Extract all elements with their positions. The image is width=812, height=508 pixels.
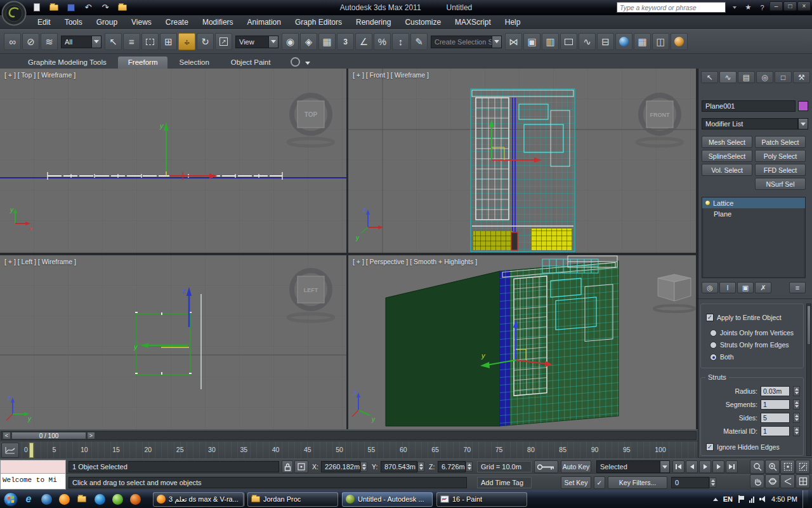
- rectangular-selection-region-icon[interactable]: [141, 33, 159, 50]
- ignore-hidden-edges-checkbox[interactable]: ✓ Ignore Hidden Edges: [706, 443, 780, 451]
- render-production-icon[interactable]: [671, 33, 688, 50]
- material-editor-icon[interactable]: [615, 33, 632, 50]
- segments-spinner[interactable]: [793, 399, 800, 410]
- scrollbar-thumb[interactable]: [807, 305, 811, 345]
- configure-modifier-sets-icon[interactable]: ≡: [789, 282, 806, 293]
- chevron-down-icon[interactable]: [660, 461, 669, 472]
- align-icon[interactable]: ▣: [523, 33, 540, 50]
- next-frame-button[interactable]: [712, 460, 724, 473]
- menu-edit[interactable]: Edit: [30, 18, 58, 27]
- menu-rendering[interactable]: Rendering: [349, 18, 398, 27]
- keyboard-shortcut-override-icon[interactable]: ▦: [318, 33, 336, 50]
- modifier-enabled-icon[interactable]: [705, 200, 710, 206]
- z-spinner[interactable]: [466, 462, 473, 472]
- vol-select-button[interactable]: Vol. Select: [702, 164, 752, 176]
- maximize-button[interactable]: □: [783, 1, 797, 11]
- maximize-viewport-toggle-icon[interactable]: [796, 474, 810, 488]
- go-to-end-button[interactable]: [726, 460, 738, 473]
- mesh-select-button[interactable]: Mesh Select: [702, 136, 752, 148]
- set-key-button[interactable]: Set Key: [561, 476, 591, 489]
- language-indicator[interactable]: EN: [723, 495, 733, 503]
- menu-help[interactable]: Help: [498, 18, 528, 27]
- zoom-extents-icon[interactable]: [780, 460, 795, 474]
- ribbon-minimize-icon[interactable]: [305, 62, 310, 65]
- zoom-all-icon[interactable]: [765, 460, 780, 474]
- taskbar-task-paint[interactable]: 16 - Paint: [436, 492, 527, 507]
- time-slider-track[interactable]: < 0 / 100 >: [1, 431, 697, 440]
- select-and-manipulate-icon[interactable]: ◈: [300, 33, 317, 50]
- material-id-spinner[interactable]: [793, 426, 800, 436]
- action-center-icon[interactable]: [738, 495, 744, 503]
- minimize-button[interactable]: –: [769, 1, 783, 11]
- set-key-mode-icon[interactable]: [534, 460, 558, 473]
- sides-spinner[interactable]: [793, 413, 800, 423]
- go-to-start-button[interactable]: [672, 460, 684, 473]
- object-color-swatch[interactable]: [798, 101, 808, 111]
- ffd-select-button[interactable]: FFD Select: [755, 164, 806, 176]
- schematic-view-icon[interactable]: ⊟: [597, 33, 614, 50]
- menu-views[interactable]: Views: [124, 18, 159, 27]
- new-scene-icon[interactable]: [30, 2, 43, 13]
- chevron-down-icon[interactable]: [492, 36, 501, 48]
- time-slider-handle[interactable]: < 0 / 100 >: [3, 432, 95, 439]
- view-cube[interactable]: FRONT: [637, 95, 683, 146]
- unlink-selection-icon[interactable]: ⊘: [22, 33, 39, 50]
- curve-editor-icon[interactable]: ∿: [579, 33, 596, 50]
- app-ball-icon[interactable]: [128, 491, 143, 507]
- tab-object-paint[interactable]: Object Paint: [221, 57, 281, 69]
- menu-group[interactable]: Group: [89, 18, 124, 27]
- sides-field[interactable]: 5: [761, 413, 790, 423]
- help-icon[interactable]: ?: [757, 2, 768, 13]
- chevron-down-icon[interactable]: [91, 36, 101, 48]
- z-coordinate-field[interactable]: 6.726m: [438, 461, 466, 472]
- modify-tab-icon[interactable]: ∿: [719, 71, 737, 83]
- ribbon-options-icon[interactable]: [291, 57, 300, 67]
- modifier-list-dropdown[interactable]: Modifier List: [702, 118, 798, 130]
- menu-create[interactable]: Create: [159, 18, 195, 27]
- segments-field[interactable]: 1: [761, 399, 790, 410]
- named-selection-sets-dropdown[interactable]: Create Selection Se: [431, 36, 502, 48]
- previous-frame-arrow[interactable]: <: [3, 432, 11, 439]
- viewport-perspective-label[interactable]: [ + ] [ Perspective ] [ Smooth + Highlig…: [353, 258, 477, 265]
- tab-selection[interactable]: Selection: [169, 57, 219, 69]
- menu-graph-editors[interactable]: Graph Editors: [288, 18, 349, 27]
- utilities-tab-icon[interactable]: ⚒: [793, 71, 810, 83]
- motion-tab-icon[interactable]: ◎: [756, 71, 773, 83]
- layer-manager-icon[interactable]: ▥: [542, 33, 559, 50]
- patch-select-button[interactable]: Patch Select: [755, 136, 806, 148]
- select-and-move-icon[interactable]: ↔↕: [178, 33, 195, 50]
- view-cube[interactable]: LEFT: [288, 271, 334, 321]
- absolute-offset-mode-icon[interactable]: [294, 460, 308, 473]
- apply-entire-object-checkbox[interactable]: ✓ Apply to Entire Object: [706, 314, 782, 321]
- joints-only-radio[interactable]: Joints Only from Vertices: [710, 329, 794, 337]
- 3dsmax-logo-icon[interactable]: [1, 1, 27, 26]
- menu-modifiers[interactable]: Modifiers: [195, 18, 240, 27]
- track-bar[interactable]: 0510152025303540455055606570758085909510…: [0, 441, 698, 458]
- select-by-name-icon[interactable]: ≡: [123, 33, 140, 50]
- infocenter-search-input[interactable]: [617, 2, 726, 13]
- search-dropdown-icon[interactable]: [729, 2, 740, 13]
- show-end-result-icon[interactable]: I: [719, 282, 736, 293]
- remove-modifier-icon[interactable]: ✗: [755, 282, 771, 293]
- display-tab-icon[interactable]: □: [775, 71, 792, 83]
- media-player-icon[interactable]: [92, 491, 107, 507]
- select-object-icon[interactable]: ↖: [105, 33, 122, 50]
- mirror-icon[interactable]: ⋈: [505, 33, 522, 50]
- viewport-left-label[interactable]: [ + ] [ Left ] [ Wireframe ]: [4, 258, 76, 265]
- auto-key-button[interactable]: Auto Key: [561, 460, 591, 473]
- y-spinner[interactable]: [417, 462, 424, 472]
- select-and-rotate-icon[interactable]: ↻: [197, 33, 214, 50]
- panel-scrollbar[interactable]: [806, 304, 811, 456]
- zoom-icon[interactable]: [750, 460, 764, 474]
- project-folder-icon[interactable]: [116, 2, 129, 13]
- both-radio[interactable]: Both: [710, 353, 734, 361]
- chevron-down-icon[interactable]: [268, 36, 278, 48]
- snaps-toggle-icon[interactable]: 3: [337, 33, 354, 50]
- pin-stack-icon[interactable]: ◎: [702, 282, 718, 293]
- clock[interactable]: 4:50 PM: [771, 495, 797, 503]
- viewport-perspective[interactable]: y z y [ + ] [ Perspective ] [ Smooth + H…: [348, 255, 696, 429]
- menu-maxscript[interactable]: MAXScript: [448, 18, 498, 27]
- zoom-region-icon[interactable]: [796, 460, 810, 474]
- use-pivot-point-center-icon[interactable]: ◉: [282, 33, 299, 50]
- close-button[interactable]: ×: [797, 1, 811, 11]
